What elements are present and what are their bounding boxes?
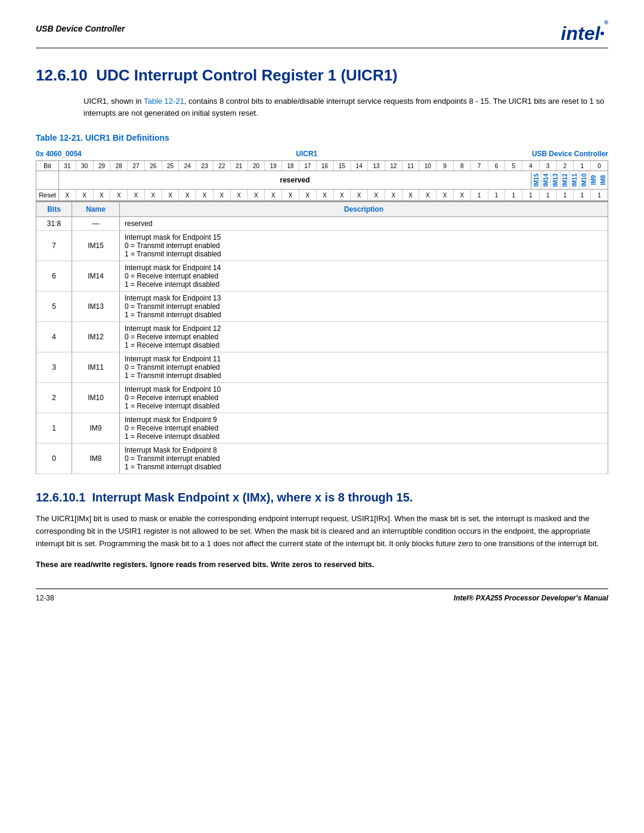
- table-row: 2IM10Interrupt mask for Endpoint 100 = R…: [36, 383, 608, 413]
- im-field-label: IM9: [589, 171, 598, 189]
- bit-number: 15: [334, 161, 351, 171]
- reset-value: X: [231, 190, 248, 200]
- reset-value: X: [334, 190, 351, 200]
- reset-value: 1: [522, 190, 540, 200]
- reset-value: X: [145, 190, 162, 200]
- table-row: 3IM11Interrupt mask for Endpoint 110 = T…: [36, 352, 608, 383]
- cell-description: reserved: [120, 217, 608, 231]
- bit-number: 17: [299, 161, 317, 171]
- register-info-row: 0x 4060_0054 UICR1 USB Device Controller: [36, 150, 608, 158]
- bit-number: 20: [248, 161, 265, 171]
- cell-name: IM9: [72, 413, 120, 444]
- reset-value: X: [282, 190, 299, 200]
- header-title: USB Device Controller: [36, 24, 125, 33]
- bit-number: 4: [522, 161, 540, 171]
- reset-value: X: [368, 190, 385, 200]
- bit-number: 16: [317, 161, 334, 171]
- reset-value: X: [128, 190, 145, 200]
- table-row: 0IM8Interrupt Mask for Endpoint 80 = Tra…: [36, 444, 608, 474]
- reset-value: 1: [591, 190, 608, 200]
- bit-number: 30: [76, 161, 94, 171]
- reset-value: X: [162, 190, 179, 200]
- cell-description: Interrupt mask for Endpoint 140 = Receiv…: [120, 261, 608, 292]
- table-row: 5IM13Interrupt mask for Endpoint 130 = T…: [36, 292, 608, 322]
- reset-value: 1: [574, 190, 591, 200]
- cell-name: IM12: [72, 322, 120, 352]
- cell-bits: 5: [36, 292, 72, 322]
- reset-value: X: [317, 190, 334, 200]
- bit-number: 7: [471, 161, 488, 171]
- bit-number: 28: [110, 161, 128, 171]
- bit-number: 27: [128, 161, 145, 171]
- reset-value: X: [351, 190, 368, 200]
- cell-description: Interrupt mask for Endpoint 150 = Transm…: [120, 231, 608, 261]
- bit-number: 8: [454, 161, 471, 171]
- im-field-label: IM10: [579, 171, 589, 189]
- bit-number: 14: [351, 161, 368, 171]
- reset-value: X: [94, 190, 111, 200]
- reset-value: X: [179, 190, 196, 200]
- bit-number: 10: [419, 161, 436, 171]
- bit-number: 1: [574, 161, 591, 171]
- table-row: 6IM14Interrupt mask for Endpoint 140 = R…: [36, 261, 608, 292]
- reset-value: X: [248, 190, 265, 200]
- im-field-label: IM14: [541, 171, 550, 189]
- subsection-title: 12.6.10.1 Interrupt Mask Endpoint x (IMx…: [36, 491, 608, 504]
- fields-row: reserved IM15IM14IM13IM12IM11IM10IM9IM8: [36, 171, 608, 190]
- col-desc-header: Description: [120, 202, 608, 217]
- cell-name: IM13: [72, 292, 120, 322]
- bit-number: 31: [59, 161, 76, 171]
- bit-number: 9: [436, 161, 454, 171]
- cell-name: IM11: [72, 352, 120, 383]
- reset-value: 1: [557, 190, 574, 200]
- bit-number: 6: [488, 161, 506, 171]
- table-body: 31:8—reserved7IM15Interrupt mask for End…: [36, 217, 608, 474]
- reset-value: 1: [505, 190, 522, 200]
- cell-description: Interrupt Mask for Endpoint 80 = Transmi…: [120, 444, 608, 474]
- bit-number: 11: [402, 161, 420, 171]
- description-table: Bits Name Description 31:8—reserved7IM15…: [36, 202, 608, 474]
- cell-bits: 2: [36, 383, 72, 413]
- cell-bits: 4: [36, 322, 72, 352]
- table-row: 7IM15Interrupt mask for Endpoint 150 = T…: [36, 231, 608, 261]
- col-name-header: Name: [72, 202, 120, 217]
- register-ctrl-name: USB Device Controller: [532, 150, 608, 158]
- cell-description: Interrupt mask for Endpoint 90 = Receive…: [120, 413, 608, 444]
- register-name: UICR1: [296, 150, 317, 158]
- cell-bits: 31:8: [36, 217, 72, 231]
- reset-value: X: [419, 190, 436, 200]
- bit-numbers-row: Bit 313029282726252423222120191817161514…: [36, 161, 608, 171]
- page-footer: 12-38 Intel® PXA255 Processor Developer'…: [36, 589, 608, 602]
- cell-name: IM15: [72, 231, 120, 261]
- reset-value: X: [265, 190, 282, 200]
- logo-dot: [600, 32, 604, 35]
- page: USB Device Controller intel® 12.6.10 UDC…: [0, 0, 644, 833]
- reserved-label: reserved: [59, 172, 531, 188]
- table-row: 1IM9Interrupt mask for Endpoint 90 = Rec…: [36, 413, 608, 444]
- intro-paragraph: UICR1, shown in Table 12-21, contains 8 …: [83, 95, 608, 119]
- bit-number: 2: [557, 161, 574, 171]
- cell-bits: 3: [36, 352, 72, 383]
- bit-number: 21: [231, 161, 248, 171]
- reset-label: Reset: [36, 190, 59, 200]
- bit-numbers: 3130292827262524232221201918171615141312…: [59, 161, 608, 171]
- im-field-label: IM8: [598, 171, 608, 189]
- bit-number: 26: [145, 161, 162, 171]
- bit-number: 22: [213, 161, 231, 171]
- cell-bits: 7: [36, 231, 72, 261]
- im-field-label: IM11: [569, 171, 579, 189]
- bit-label: Bit: [36, 161, 59, 171]
- cell-name: IM14: [72, 261, 120, 292]
- table-link[interactable]: Table 12-21: [144, 97, 184, 106]
- reserved-cell: reserved IM15IM14IM13IM12IM11IM10IM9IM8: [59, 171, 608, 189]
- cell-name: IM10: [72, 383, 120, 413]
- subsection-body2: These are read/write registers. Ignore r…: [36, 559, 608, 571]
- section-title: 12.6.10 UDC Interrupt Control Register 1…: [36, 66, 608, 85]
- table-title: Table 12-21. UICR1 Bit Definitions: [36, 133, 608, 143]
- row-spacer: [36, 171, 59, 189]
- reset-value: X: [402, 190, 420, 200]
- bit-number: 19: [265, 161, 282, 171]
- bit-number: 12: [385, 161, 402, 171]
- reset-row: Reset XXXXXXXXXXXXXXXXXXXXXXXX11111111: [36, 190, 608, 201]
- page-header: USB Device Controller intel®: [36, 24, 608, 48]
